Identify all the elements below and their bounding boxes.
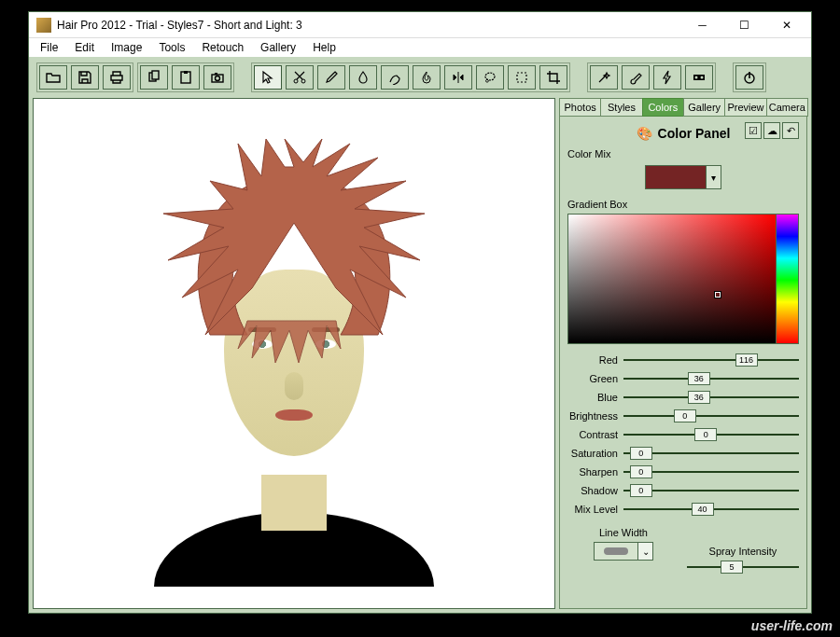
slider-row-saturation: Saturation0	[567, 445, 799, 462]
slider-thumb[interactable]: 116	[735, 353, 758, 367]
svg-point-12	[695, 76, 698, 79]
marquee-tool[interactable]	[508, 65, 536, 90]
svg-point-8	[301, 79, 305, 83]
slider-row-shadow: Shadow0	[567, 482, 799, 499]
slider-row-sharpen: Sharpen0	[567, 464, 799, 480]
copy-button[interactable]	[140, 65, 168, 90]
tab-gallery[interactable]: Gallery	[683, 98, 725, 117]
tab-colors[interactable]: Colors	[642, 98, 684, 117]
slider-thumb[interactable]: 0	[630, 484, 652, 497]
slider-label: Shadow	[567, 485, 623, 496]
wand-tool[interactable]	[590, 65, 618, 90]
blur-tool[interactable]	[349, 65, 377, 90]
scissors-tool[interactable]	[286, 65, 314, 90]
toolbar	[33, 61, 807, 94]
chevron-down-icon: ▾	[706, 166, 721, 188]
close-button[interactable]: ✕	[765, 13, 807, 37]
eyedropper-tool[interactable]	[317, 65, 345, 90]
spray-intensity-thumb[interactable]: 5	[721, 561, 743, 574]
menu-help[interactable]: Help	[305, 39, 343, 56]
open-button[interactable]	[39, 65, 67, 90]
spray-intensity-label: Spray Intensity	[709, 546, 777, 557]
chevron-down-icon: ⌄	[637, 543, 652, 560]
slider-label: Sharpen	[567, 466, 623, 478]
slider-row-brightness: Brightness0	[567, 408, 799, 424]
minimize-button[interactable]: ─	[681, 13, 723, 37]
slider-label: Blue	[567, 392, 623, 403]
slider-thumb[interactable]: 0	[630, 447, 652, 460]
burn-tool[interactable]	[413, 65, 441, 90]
flip-tool[interactable]	[444, 65, 472, 90]
slider-green[interactable]: 36	[623, 372, 799, 385]
hue-strip[interactable]	[776, 215, 798, 343]
tab-styles[interactable]: Styles	[600, 98, 642, 117]
slider-label: Green	[567, 373, 623, 384]
menu-file[interactable]: File	[33, 39, 65, 56]
sv-plane[interactable]	[568, 215, 776, 343]
svg-rect-1	[152, 71, 159, 79]
smudge-tool[interactable]	[381, 65, 409, 90]
app-icon	[36, 18, 51, 33]
slider-label: Mix Level	[567, 504, 623, 515]
slider-thumb[interactable]: 0	[674, 409, 696, 422]
portrait-preview	[117, 120, 471, 587]
maximize-button[interactable]: ☐	[723, 13, 765, 37]
paste-button[interactable]	[172, 65, 200, 90]
menubar: File Edit Image Tools Retouch Gallery He…	[29, 38, 811, 57]
bolt-tool[interactable]	[653, 65, 681, 90]
app-body: Photos Styles Colors Gallery Preview Cam…	[29, 57, 811, 613]
gradient-box[interactable]	[567, 214, 799, 344]
color-mix-dropdown[interactable]: ▾	[645, 165, 721, 189]
slider-label: Saturation	[567, 448, 623, 459]
slider-label: Contrast	[567, 429, 623, 440]
svg-point-7	[294, 79, 298, 83]
titlebar: Hair Pro 2012 - Trial - Styles7 - Short …	[29, 12, 811, 38]
lasso-tool[interactable]	[476, 65, 504, 90]
menu-retouch[interactable]: Retouch	[194, 39, 251, 56]
panel-tool-undo[interactable]: ↶	[782, 122, 799, 139]
slider-sharpen[interactable]: 0	[623, 465, 799, 478]
menu-tools[interactable]: Tools	[151, 39, 192, 56]
slider-label: Red	[567, 354, 623, 366]
panel-tool-check[interactable]: ☑	[745, 122, 762, 139]
camera-button[interactable]	[203, 65, 231, 90]
menu-edit[interactable]: Edit	[67, 39, 102, 56]
slider-thumb[interactable]: 36	[688, 372, 710, 385]
canvas[interactable]	[33, 98, 555, 609]
slider-blue[interactable]: 36	[623, 391, 799, 404]
slider-thumb[interactable]: 0	[694, 428, 717, 441]
film-tool[interactable]	[685, 65, 713, 90]
slider-shadow[interactable]: 0	[623, 484, 799, 497]
pointer-tool[interactable]	[254, 65, 282, 90]
tab-photos[interactable]: Photos	[559, 98, 601, 117]
svg-point-13	[701, 76, 704, 79]
toolbar-group-power	[733, 62, 766, 92]
palette-icon: 🎨	[637, 126, 652, 141]
power-button[interactable]	[735, 65, 763, 90]
slider-saturation[interactable]: 0	[623, 447, 799, 460]
slider-row-red: Red116	[567, 352, 799, 368]
line-width-select[interactable]: ⌄	[594, 542, 653, 561]
slider-thumb[interactable]: 0	[630, 465, 652, 478]
crop-tool[interactable]	[539, 65, 567, 90]
print-button[interactable]	[103, 65, 131, 90]
save-button[interactable]	[71, 65, 99, 90]
slider-thumb[interactable]: 36	[688, 391, 710, 404]
svg-point-5	[216, 76, 220, 81]
menu-image[interactable]: Image	[104, 39, 149, 56]
tab-camera[interactable]: Camera	[766, 98, 808, 117]
toolbar-group-edit	[137, 62, 234, 92]
slider-thumb[interactable]: 40	[692, 503, 714, 516]
brush-tool[interactable]	[622, 65, 650, 90]
menu-gallery[interactable]: Gallery	[253, 39, 303, 56]
side-panel: Photos Styles Colors Gallery Preview Cam…	[559, 98, 807, 609]
slider-row-green: Green36	[567, 370, 799, 387]
tab-preview[interactable]: Preview	[724, 98, 766, 117]
slider-brightness[interactable]: 0	[623, 409, 799, 422]
color-panel: 🎨 Color Panel ☑ ☁ ↶ Color Mix ▾	[559, 117, 807, 609]
slider-contrast[interactable]: 0	[623, 428, 799, 441]
slider-mix-level[interactable]: 40	[623, 503, 799, 516]
sv-cursor[interactable]	[715, 292, 721, 298]
panel-tool-cloud[interactable]: ☁	[763, 122, 780, 139]
slider-red[interactable]: 116	[623, 353, 799, 367]
